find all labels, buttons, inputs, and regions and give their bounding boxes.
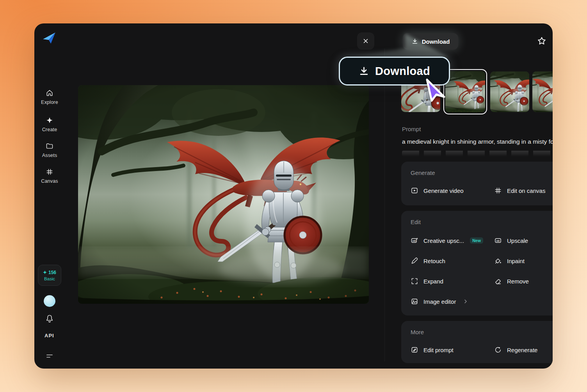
chevron-right-icon	[552, 187, 553, 194]
pen-icon	[411, 257, 418, 265]
download-button[interactable]: Download	[403, 33, 458, 50]
expand-icon	[411, 277, 418, 285]
thumbnail-2-image	[445, 71, 485, 112]
close-button[interactable]	[357, 32, 374, 50]
folder-icon	[46, 142, 53, 150]
sidebar: Explore Create Assets Canvas	[34, 23, 65, 369]
diamond-icon	[46, 116, 53, 124]
retouch-button[interactable]: Retouch	[411, 257, 494, 265]
menu-lines-icon[interactable]	[45, 351, 54, 361]
more-card-title: More	[411, 329, 424, 335]
refresh-icon	[494, 346, 502, 354]
creative-upscale-button[interactable]: HD Creative upsc... New	[411, 237, 494, 244]
new-badge: New	[470, 237, 483, 244]
bell-icon[interactable]	[45, 314, 54, 323]
generated-image	[78, 85, 369, 304]
generate-card: Generate Generate video Edit on canva	[401, 162, 553, 205]
right-panel: Prompt a medieval knight in shining armo…	[401, 66, 553, 363]
edit-card-title: Edit	[411, 219, 421, 225]
download-icon	[411, 38, 418, 45]
image-icon	[411, 298, 418, 305]
brush-icon	[494, 257, 502, 265]
sidebar-item-explore[interactable]: Explore	[34, 89, 65, 105]
canvas-grid-icon	[46, 168, 53, 176]
video-play-icon	[411, 187, 418, 194]
download-callout-label: Download	[375, 65, 430, 78]
download-button-label: Download	[422, 38, 450, 45]
prompt-text-faded-line	[402, 151, 553, 157]
plan-label: Basic	[44, 276, 55, 281]
canvas-grid-icon	[494, 187, 502, 194]
edit-on-canvas-button[interactable]: Edit on canvas	[494, 187, 553, 194]
expand-button[interactable]: Expand	[411, 277, 494, 285]
app-window: Explore Create Assets Canvas	[34, 23, 553, 369]
thumbnail-3[interactable]	[490, 71, 529, 112]
close-icon	[362, 37, 369, 45]
generate-card-title: Generate	[411, 169, 435, 176]
image-editor-button[interactable]: Image editor	[411, 298, 494, 305]
thumbnail-4[interactable]	[532, 71, 553, 112]
upscale-button[interactable]: HD Upscale	[494, 237, 553, 244]
star-icon[interactable]	[537, 36, 547, 46]
sidebar-item-assets[interactable]: Assets	[34, 142, 65, 158]
edit-card: Edit HD Creative upsc... New	[401, 211, 553, 315]
prompt-text: a medieval knight in shining armor, stan…	[402, 138, 553, 145]
sidebar-item-label: Assets	[42, 153, 57, 158]
prompt-label: Prompt	[402, 126, 421, 132]
home-icon	[46, 89, 53, 97]
page-background: Explore Create Assets Canvas	[0, 0, 587, 392]
download-callout-button[interactable]: Download	[339, 57, 450, 86]
download-icon	[359, 66, 369, 77]
credits-badge[interactable]: ✦ 156 Basic	[38, 265, 61, 286]
panel-divider	[384, 48, 385, 362]
hd-badge-icon: HD	[494, 237, 502, 244]
svg-text:HD: HD	[496, 240, 500, 242]
generate-video-button[interactable]: Generate video	[411, 187, 494, 194]
chat-edit-icon	[411, 346, 418, 354]
api-link[interactable]: API	[44, 333, 54, 339]
user-avatar[interactable]	[44, 295, 55, 307]
remove-button[interactable]: Remove	[494, 277, 553, 285]
more-card: More Edit prompt Regen	[401, 321, 553, 363]
paper-plane-logo-icon[interactable]	[42, 31, 56, 45]
sidebar-item-label: Explore	[41, 100, 58, 105]
chevron-right-icon	[462, 298, 469, 305]
sidebar-item-label: Canvas	[41, 178, 58, 184]
inpaint-button[interactable]: Inpaint	[494, 257, 553, 265]
sidebar-item-label: Create	[42, 127, 57, 132]
sidebar-item-canvas[interactable]: Canvas	[34, 168, 65, 184]
svg-text:HD: HD	[413, 240, 416, 242]
spark-icon: ✦	[43, 270, 47, 275]
edit-prompt-button[interactable]: Edit prompt	[411, 346, 494, 354]
eraser-icon	[494, 277, 502, 285]
sidebar-item-create[interactable]: Create	[34, 116, 65, 132]
credits-count: 156	[48, 270, 56, 275]
regenerate-button[interactable]: Regenerate	[494, 346, 553, 354]
hd-sparkle-icon: HD	[411, 237, 418, 244]
